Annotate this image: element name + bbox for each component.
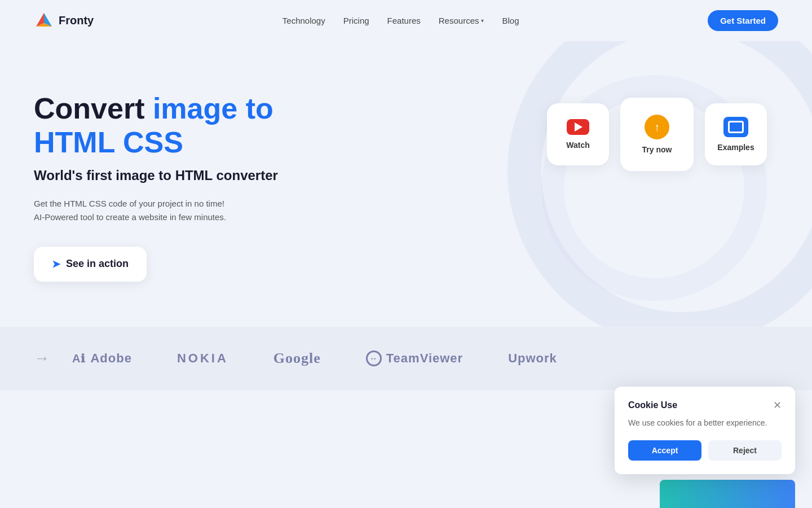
cookie-close-button[interactable]: ✕ xyxy=(773,400,782,410)
bottom-decorative-strip xyxy=(660,480,795,508)
play-triangle xyxy=(575,122,582,132)
nav-links: Technology Pricing Features Resources ▾ … xyxy=(283,16,519,26)
watch-card[interactable]: Watch xyxy=(547,103,609,165)
hero-section: Convert image to HTML CSS World's first … xyxy=(0,41,812,327)
google-logo: Google xyxy=(273,350,321,367)
teamviewer-icon: ↔ xyxy=(366,351,382,366)
upwork-logo: Upwork xyxy=(508,351,557,366)
nokia-logo: NOKIA xyxy=(177,351,228,366)
get-started-button[interactable]: Get Started xyxy=(708,10,778,31)
cookie-text: We use cookies for a better experience. xyxy=(628,417,782,429)
hero-description: Get the HTML CSS code of your project in… xyxy=(34,197,350,224)
try-label: Try now xyxy=(642,145,672,154)
logo-icon xyxy=(34,11,54,31)
cookie-banner: Cookie Use ✕ We use cookies for a better… xyxy=(615,387,795,474)
nav-resources[interactable]: Resources ▾ xyxy=(439,16,484,25)
logos-section: → Aℹ Adobe NOKIA Google ↔ TeamViewer Upw… xyxy=(0,327,812,390)
nav-pricing[interactable]: Pricing xyxy=(343,16,369,25)
hero-content: Convert image to HTML CSS World's first … xyxy=(34,75,350,282)
cookie-header: Cookie Use ✕ xyxy=(628,400,782,410)
logos-arrow: → xyxy=(34,349,50,367)
cookie-reject-button[interactable]: Reject xyxy=(708,440,782,461)
logo[interactable]: Fronty xyxy=(34,11,94,31)
nav-blog[interactable]: Blog xyxy=(502,16,519,25)
nav-features[interactable]: Features xyxy=(387,16,421,25)
cookie-actions: Accept Reject xyxy=(628,440,782,461)
hero-subtitle: World's first image to HTML converter xyxy=(34,168,350,183)
brand-logos: Aℹ Adobe NOKIA Google ↔ TeamViewer Upwor… xyxy=(72,350,778,367)
examples-label: Examples xyxy=(717,143,754,152)
try-now-card[interactable]: ↑ Try now xyxy=(620,98,694,171)
navbar: Fronty Technology Pricing Features Resou… xyxy=(0,0,812,41)
chevron-down-icon: ▾ xyxy=(481,17,484,24)
nav-technology[interactable]: Technology xyxy=(283,16,325,25)
youtube-icon xyxy=(567,119,589,135)
adobe-logo: Aℹ Adobe xyxy=(72,351,132,366)
cookie-title: Cookie Use xyxy=(628,400,677,410)
cookie-accept-button[interactable]: Accept xyxy=(628,440,701,461)
hero-cards: Watch ↑ Try now Examples xyxy=(547,75,767,171)
adobe-icon: Aℹ xyxy=(72,352,86,365)
watch-label: Watch xyxy=(566,141,589,150)
see-action-button[interactable]: ➤ See in action xyxy=(34,247,147,282)
examples-card[interactable]: Examples xyxy=(705,103,767,165)
gallery-icon xyxy=(723,117,748,137)
logo-text: Fronty xyxy=(59,14,94,27)
hero-title: Convert image to HTML CSS xyxy=(34,92,350,160)
send-icon: ➤ xyxy=(52,258,60,270)
teamviewer-logo: ↔ TeamViewer xyxy=(366,351,463,366)
upload-icon: ↑ xyxy=(645,115,669,139)
